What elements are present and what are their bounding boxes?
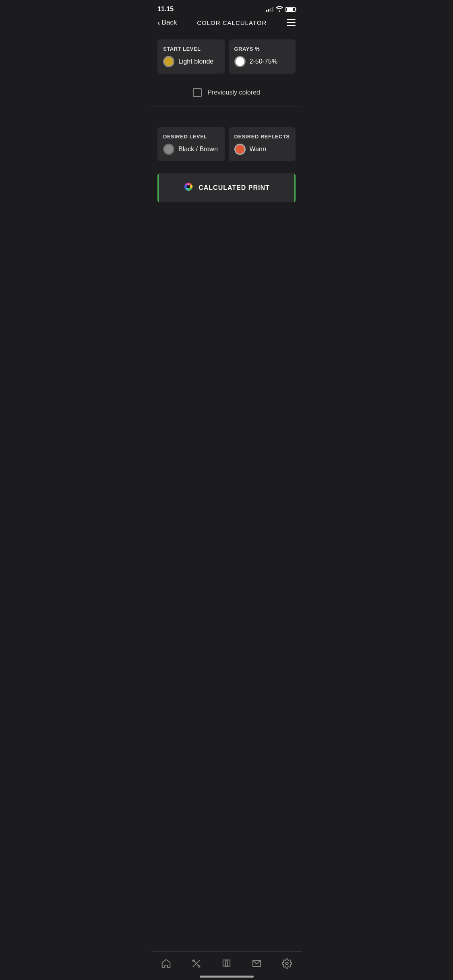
start-level-value-row: Light blonde: [163, 56, 219, 67]
menu-line-3: [287, 25, 296, 26]
calculated-print-section: CALCULATED PRINT: [151, 169, 302, 210]
top-cards-section: START LEVEL Light blonde GRAYS % 2-50-75…: [151, 31, 302, 82]
start-level-dot: [163, 56, 174, 67]
previously-colored-label: Previously colored: [207, 89, 260, 96]
desired-level-card[interactable]: DESIRED LEVEL Black / Brown: [157, 127, 225, 161]
status-time: 11.15: [157, 6, 174, 13]
calculated-print-label: CALCULATED PRINT: [199, 184, 270, 191]
start-level-card[interactable]: START LEVEL Light blonde: [157, 39, 225, 74]
svg-point-1: [187, 185, 190, 188]
battery-icon: [285, 7, 296, 12]
chevron-left-icon: ‹: [157, 19, 160, 27]
grays-dot: [234, 56, 246, 67]
bottom-spacer: [151, 210, 302, 243]
nav-bar: ‹ Back COLOR CALCULATOR: [151, 15, 302, 31]
menu-line-1: [287, 19, 296, 20]
wifi-icon: [276, 6, 283, 13]
back-label: Back: [162, 19, 177, 27]
calculated-print-button[interactable]: CALCULATED PRINT: [157, 173, 296, 202]
desired-reflects-value: Warm: [250, 146, 267, 153]
signal-icon: [266, 7, 273, 12]
desired-level-dot: [163, 144, 174, 155]
previously-colored-checkbox[interactable]: [193, 88, 202, 97]
nav-title: COLOR CALCULATOR: [197, 19, 267, 26]
desired-cards-row: DESIRED LEVEL Black / Brown DESIRED REFL…: [157, 127, 296, 161]
previously-colored-row: Previously colored: [151, 82, 302, 107]
back-button[interactable]: ‹ Back: [157, 19, 177, 27]
desired-level-title: DESIRED LEVEL: [163, 134, 219, 140]
status-bar: 11.15: [151, 0, 302, 15]
grays-title: GRAYS %: [234, 46, 290, 52]
desired-reflects-value-row: Warm: [234, 144, 290, 155]
desired-reflects-title: DESIRED REFLECTS: [234, 134, 290, 140]
desired-reflects-dot: [234, 144, 246, 155]
status-icons: [266, 6, 296, 13]
menu-line-2: [287, 22, 296, 23]
desired-level-value-row: Black / Brown: [163, 144, 219, 155]
desired-level-value: Black / Brown: [178, 146, 218, 153]
color-wheel-icon: [183, 181, 194, 194]
desired-reflects-card[interactable]: DESIRED REFLECTS Warm: [229, 127, 296, 161]
desired-cards-section: DESIRED LEVEL Black / Brown DESIRED REFL…: [151, 127, 302, 169]
grays-card[interactable]: GRAYS % 2-50-75%: [229, 39, 296, 74]
grays-value-row: 2-50-75%: [234, 56, 290, 67]
grays-value: 2-50-75%: [250, 58, 277, 65]
top-cards-row: START LEVEL Light blonde GRAYS % 2-50-75…: [157, 39, 296, 74]
middle-section: [151, 107, 302, 127]
start-level-value: Light blonde: [178, 58, 213, 65]
start-level-title: START LEVEL: [163, 46, 219, 52]
menu-button[interactable]: [287, 19, 296, 26]
